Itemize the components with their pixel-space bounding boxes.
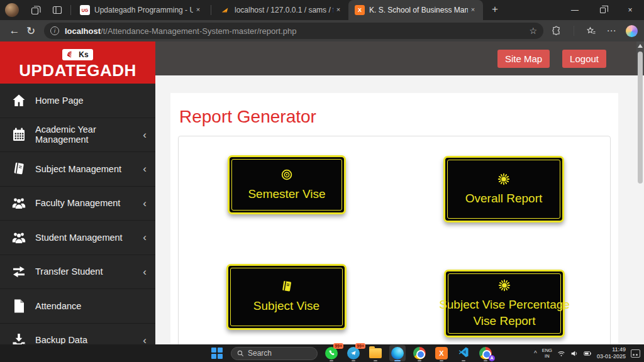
settings-menu-icon[interactable]: ⋯	[606, 25, 617, 36]
windows-logo-icon	[211, 348, 223, 359]
restore-button[interactable]	[589, 0, 616, 20]
folder-icon	[369, 348, 382, 358]
new-tab-button[interactable]: +	[487, 2, 503, 18]
tab-updategadh[interactable]: UG Updategadh Programming - Upd ×	[74, 0, 208, 20]
sidebar-item-label: Home Page	[35, 96, 84, 106]
tab-actions-icon[interactable]	[52, 5, 62, 15]
battery-icon[interactable]	[584, 349, 592, 358]
minimize-button[interactable]: —	[561, 0, 589, 20]
language-indicator[interactable]: ENG IN	[542, 348, 552, 359]
transfer-arrows-icon	[11, 264, 26, 279]
taskbar-search[interactable]: Search	[231, 347, 318, 360]
browser-toolbar: ← ↻ i localhost/t/Attendance-Management-…	[0, 20, 644, 41]
back-icon[interactable]: ←	[6, 23, 23, 39]
calendar-icon	[11, 127, 26, 142]
chrome-profile-app-icon[interactable]: A	[477, 345, 494, 361]
search-label: Search	[248, 349, 272, 358]
extensions-icon[interactable]	[551, 25, 562, 36]
chrome-icon	[413, 347, 426, 359]
sidebar: Ks UPDATEGADH Home Page Academic Year Ma…	[0, 41, 155, 344]
titlebar-divider	[70, 5, 71, 15]
workspaces-icon[interactable]	[31, 5, 41, 15]
file-explorer-app-icon[interactable]	[367, 345, 384, 361]
toolbar-divider	[574, 26, 574, 36]
tab-close-icon[interactable]: ×	[468, 5, 478, 15]
tab-title: K. S. School of Business Managem	[369, 6, 468, 14]
xampp-icon: X	[435, 347, 448, 359]
report-button-label: Overall Report	[431, 190, 577, 207]
address-bar[interactable]: i localhost/t/Attendance-Management-Syst…	[44, 23, 543, 39]
browser-profile-avatar[interactable]	[5, 3, 19, 17]
subject-vise-percentage-button[interactable]: Subject Vise Percentage Vise Report	[444, 270, 565, 337]
start-button[interactable]	[209, 345, 225, 361]
edge-app-icon[interactable]	[389, 345, 406, 361]
chrome-app-icon[interactable]	[411, 345, 428, 361]
overall-report-button[interactable]: Overall Report	[443, 156, 564, 222]
app-logo[interactable]: Ks UPDATEGADH	[0, 41, 155, 84]
whatsapp-icon	[325, 347, 338, 359]
sidebar-item-label: Backup Data	[35, 335, 87, 344]
chevron-left-icon: ‹	[143, 198, 147, 209]
sidebar-item-backup-data[interactable]: Backup Data ‹	[0, 324, 155, 345]
sidebar-item-label: Faculty Management	[35, 198, 120, 208]
chevron-left-icon: ‹	[143, 266, 147, 277]
volume-icon[interactable]	[570, 349, 579, 358]
book-icon	[280, 280, 294, 293]
sidebar-item-label: Transfer Student	[35, 266, 103, 277]
refresh-icon[interactable]: ↻	[23, 23, 39, 39]
window-controls: — ×	[561, 0, 644, 20]
favorites-bar-icon[interactable]	[586, 25, 597, 36]
sidebar-item-attendance[interactable]: Attendance	[0, 289, 155, 324]
running-indicator	[418, 360, 421, 361]
xampp-app-icon[interactable]: X	[433, 345, 450, 361]
close-button[interactable]: ×	[616, 0, 644, 20]
phpmyadmin-favicon-icon	[220, 5, 230, 15]
sidebar-item-student-management[interactable]: Student Management ‹	[0, 221, 155, 255]
site-info-icon[interactable]: i	[50, 26, 59, 35]
book-icon	[11, 162, 26, 177]
taskbar-clock[interactable]: 11:49 03-01-2025	[597, 346, 626, 361]
file-icon	[11, 299, 26, 314]
scrollbar-up-arrow-icon[interactable]	[638, 44, 643, 48]
url-host: localhost	[65, 26, 101, 36]
vscode-app-icon[interactable]	[455, 345, 472, 361]
tab-close-icon[interactable]: ×	[333, 5, 343, 15]
sidebar-item-transfer-student[interactable]: Transfer Student ‹	[0, 255, 155, 290]
bullseye-icon	[280, 168, 294, 182]
sidebar-item-faculty-management[interactable]: Faculty Management ‹	[0, 187, 155, 221]
users-icon	[11, 195, 26, 211]
home-icon	[11, 93, 26, 108]
wifi-icon[interactable]	[557, 349, 565, 358]
logout-button[interactable]: Logout	[562, 50, 606, 68]
site-map-button[interactable]: Site Map	[497, 50, 550, 68]
favorite-star-icon[interactable]: ☆	[524, 26, 537, 36]
running-indicator	[394, 360, 401, 361]
page-scrollbar[interactable]	[636, 41, 644, 344]
hidden-icons-chevron[interactable]: ^	[534, 350, 537, 357]
telegram-icon	[347, 347, 360, 359]
sidebar-item-label: Student Management	[35, 233, 123, 243]
tab-ks-school-active[interactable]: X K. S. School of Business Managem ×	[348, 0, 483, 20]
sidebar-item-home-page[interactable]: Home Page	[0, 84, 155, 118]
tab-phpmyadmin[interactable]: localhost / 127.0.0.1 / sams / facu ×	[214, 0, 348, 20]
running-indicator	[374, 360, 377, 361]
scrollbar-thumb[interactable]	[638, 52, 643, 184]
tab-divider	[211, 5, 211, 15]
chevron-left-icon: ‹	[143, 232, 147, 243]
sidebar-item-subject-management[interactable]: Subject Management ‹	[0, 152, 155, 187]
logo-text: UPDATEGADH	[0, 62, 155, 79]
sidebar-item-academic-year-management[interactable]: Academic Year Management ‹	[0, 118, 155, 153]
chevron-left-icon: ‹	[143, 163, 147, 174]
copilot-icon[interactable]	[626, 25, 638, 37]
messenger-app-icon[interactable]: 99+	[345, 345, 362, 361]
semester-vise-button[interactable]: Semester Vise	[228, 155, 346, 214]
notification-center-icon[interactable]	[631, 349, 640, 358]
subject-vise-button[interactable]: Subject Vise	[226, 264, 347, 330]
url-text: localhost/t/Attendance-Management-System…	[65, 26, 524, 36]
whatsapp-app-icon[interactable]: 99+	[323, 345, 340, 361]
tab-close-icon[interactable]: ×	[193, 5, 203, 15]
page-content: Ks UPDATEGADH Home Page Academic Year Ma…	[0, 41, 644, 344]
running-indicator	[330, 360, 333, 361]
tab-title: Updategadh Programming - Upd	[94, 6, 193, 14]
page-title: Report Generator	[179, 107, 618, 127]
